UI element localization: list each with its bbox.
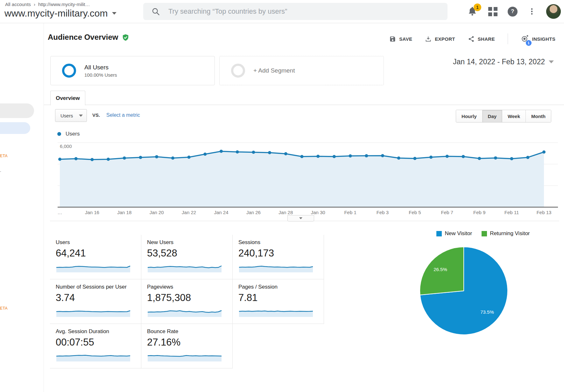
svg-text:Jan 22: Jan 22: [182, 210, 196, 215]
sidebar-item-hover-pill[interactable]: [0, 103, 34, 118]
tab-divider-line: [44, 105, 564, 105]
breadcrumb: All accounts › http://www.mycity-milit…: [5, 2, 90, 7]
svg-text:…: …: [58, 210, 62, 215]
svg-text:26.5%: 26.5%: [434, 267, 447, 272]
sparkline: [238, 306, 314, 317]
report-area: Audience Overview SAVE EXPORT: [44, 23, 564, 392]
analytics-audience-overview-page: All accounts › http://www.mycity-milit… …: [0, 0, 564, 392]
svg-text:Jan 16: Jan 16: [85, 210, 99, 215]
sidebar-beta-label: ETA: [0, 154, 8, 158]
notifications-badge: 1: [474, 4, 481, 11]
verified-shield-icon: [122, 33, 129, 41]
series-dot-icon: [57, 132, 61, 136]
svg-text:Feb 5: Feb 5: [409, 210, 421, 215]
select-metric-link[interactable]: Select a metric: [106, 112, 140, 118]
granularity-toggle: Hourly Day Week Month: [456, 110, 551, 122]
page-title: Audience Overview: [48, 33, 129, 42]
sparkline: [56, 351, 131, 361]
legend-new-visitor: New Visitor: [436, 230, 472, 237]
svg-text:Feb 3: Feb 3: [377, 210, 389, 215]
export-icon: [425, 36, 432, 42]
toolbar-divider: [508, 33, 508, 44]
metric-card-users: Users 64,241: [50, 235, 141, 279]
more-menu-button[interactable]: [528, 7, 536, 16]
add-segment-label: + Add Segment: [253, 67, 295, 74]
date-range-picker[interactable]: Jan 14, 2022 - Feb 13, 2022: [453, 58, 554, 66]
save-button[interactable]: SAVE: [389, 36, 412, 42]
search-bar: [143, 3, 448, 20]
segment-ring-icon: [62, 64, 76, 78]
metric-card-new-users: New Users 53,528: [141, 235, 233, 279]
search-input[interactable]: [168, 7, 444, 16]
add-segment-card[interactable]: + Add Segment: [219, 56, 384, 85]
legend-returning-visitor: Returning Visitor: [482, 230, 530, 237]
sparkline: [238, 262, 314, 272]
search-icon: [152, 7, 160, 16]
metric-card-avg-session-duration: Avg. Session Duration 00:07:55: [50, 324, 141, 368]
granularity-hourly[interactable]: Hourly: [456, 110, 482, 122]
tab-overview[interactable]: Overview: [50, 91, 85, 105]
new-visitor-swatch-icon: [436, 231, 442, 236]
sparkline: [56, 306, 131, 317]
save-icon: [389, 36, 396, 42]
avatar[interactable]: [546, 4, 561, 19]
export-button[interactable]: EXPORT: [425, 36, 455, 42]
report-toolbar: SAVE EXPORT SHARE: [389, 33, 555, 44]
granularity-day[interactable]: Day: [482, 110, 502, 122]
property-name: www.mycity-military.com: [4, 8, 108, 19]
svg-text:Jan 30: Jan 30: [311, 210, 325, 215]
returning-visitor-swatch-icon: [482, 231, 487, 236]
chevron-down-icon: [79, 115, 83, 117]
svg-text:Feb 11: Feb 11: [504, 210, 519, 215]
metric-selector-dropdown[interactable]: Users: [55, 109, 87, 122]
apps-grid-button[interactable]: [488, 7, 497, 16]
vs-label: VS.: [92, 112, 100, 118]
metric-card-pages-per-session: Pages / Session 7.81: [233, 279, 324, 324]
svg-text:6,000: 6,000: [60, 144, 72, 149]
sidebar-beta-label-2: ETA: [0, 306, 8, 311]
app-header: All accounts › http://www.mycity-milit… …: [0, 0, 564, 23]
sidebar-clipped-text: .: [0, 168, 1, 173]
sparkline: [147, 262, 222, 272]
share-icon: [468, 36, 475, 42]
metric-card-sessions: Sessions 240,173: [233, 235, 324, 279]
metric-card-sessions-per-user: Number of Sessions per User 3.74: [50, 279, 141, 324]
notifications-button[interactable]: 1: [467, 6, 478, 17]
breadcrumb-all-accounts[interactable]: All accounts: [5, 2, 31, 7]
chevron-down-icon: [549, 60, 554, 63]
breadcrumb-separator-icon: ›: [34, 2, 35, 7]
pie-legend: New Visitor Returning Visitor: [400, 230, 564, 237]
sparkline: [147, 306, 222, 317]
sparkline: [56, 262, 131, 272]
share-button[interactable]: SHARE: [468, 36, 495, 42]
help-icon: ?: [511, 8, 514, 15]
svg-text:Feb 13: Feb 13: [537, 210, 552, 215]
insights-badge: 1: [526, 40, 532, 46]
chevron-down-icon: [112, 12, 116, 15]
series-legend-label: Users: [66, 131, 80, 137]
svg-text:Jan 24: Jan 24: [214, 210, 228, 215]
svg-text:Jan 20: Jan 20: [150, 210, 164, 215]
svg-text:Feb 1: Feb 1: [344, 210, 356, 215]
granularity-week[interactable]: Week: [502, 110, 525, 122]
apps-grid-icon: [488, 7, 492, 11]
more-vertical-icon: [531, 8, 533, 10]
metric-card-pageviews: Pageviews 1,875,308: [141, 279, 233, 324]
help-button[interactable]: ?: [508, 7, 518, 17]
header-icons: 1 ?: [467, 0, 561, 23]
svg-text:73.5%: 73.5%: [480, 309, 494, 315]
svg-text:Feb 9: Feb 9: [473, 210, 485, 215]
segment-title: All Users: [84, 64, 117, 71]
add-segment-ring-icon: [231, 64, 245, 78]
chart-collapse-handle[interactable]: [287, 215, 314, 221]
insights-button[interactable]: 1 INSIGHTS: [521, 34, 555, 44]
sidebar-item-active-pill[interactable]: [0, 122, 30, 134]
property-selector[interactable]: www.mycity-military.com: [4, 8, 116, 19]
granularity-month[interactable]: Month: [525, 110, 551, 122]
segment-all-users-card[interactable]: All Users 100.00% Users: [50, 56, 215, 85]
svg-text:Jan 18: Jan 18: [117, 210, 131, 215]
series-legend: Users: [57, 131, 80, 137]
left-sidebar: ETA . ETA: [0, 23, 44, 392]
users-timeseries-chart: 6,0004,0002,000…Jan 16Jan 18Jan 20Jan 22…: [50, 140, 559, 220]
svg-text:Feb 7: Feb 7: [441, 210, 453, 215]
